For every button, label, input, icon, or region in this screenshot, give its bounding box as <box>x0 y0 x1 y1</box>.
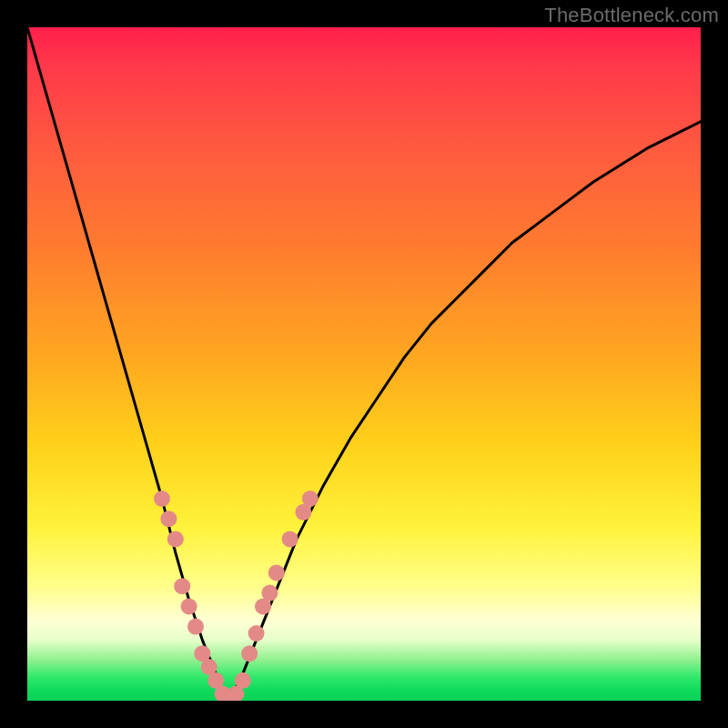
bottleneck-curve <box>27 27 701 701</box>
chart-svg <box>27 27 701 701</box>
data-marker <box>268 564 285 581</box>
data-marker <box>154 490 170 507</box>
watermark-label: TheBottleneck.com <box>544 4 719 27</box>
data-marker <box>187 619 204 635</box>
data-markers <box>154 490 318 701</box>
data-marker <box>174 578 190 594</box>
data-marker <box>160 511 177 527</box>
data-marker <box>248 625 265 642</box>
plot-area <box>27 27 701 701</box>
data-marker <box>241 645 258 662</box>
curve-line <box>27 27 701 701</box>
data-marker <box>235 672 251 689</box>
data-marker <box>181 598 197 614</box>
data-marker <box>261 585 278 602</box>
chart-frame: TheBottleneck.com <box>0 0 728 728</box>
data-marker <box>282 531 298 547</box>
data-marker <box>302 490 318 507</box>
data-marker <box>167 531 184 547</box>
